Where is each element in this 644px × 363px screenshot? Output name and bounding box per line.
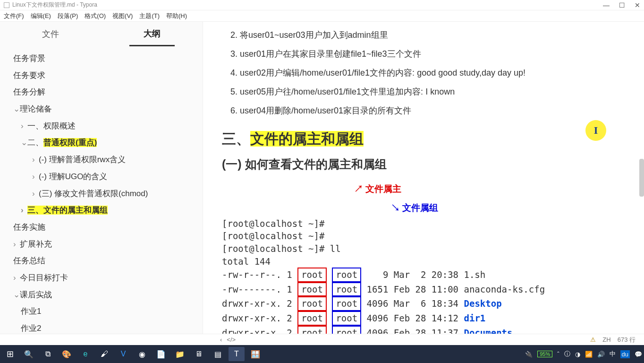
- outline-item[interactable]: 作业1: [5, 303, 198, 320]
- outline-panel: 任务背景 任务要求 任务分解 ⌄理论储备 ›一、权限概述 ⌄二、普通权限(重点)…: [0, 46, 203, 334]
- volume-icon[interactable]: 🔊: [597, 351, 605, 358]
- outline-item[interactable]: 任务要求: [5, 67, 198, 84]
- menubar: 文件(F) 编辑(E) 段落(P) 格式(O) 视图(V) 主题(T) 帮助(H…: [0, 10, 644, 22]
- statusbar: ‹ </> ⚠ ZH 673 行: [0, 334, 644, 345]
- outline-item-active[interactable]: ›三、文件的属主和属组: [5, 202, 198, 219]
- tab-files[interactable]: 文件: [28, 23, 73, 45]
- list-item: user01用户在其家目录里创建file1~file3三个文件: [240, 48, 627, 60]
- ime-icon[interactable]: 中: [610, 350, 616, 358]
- menu-theme[interactable]: 主题(T): [139, 12, 160, 20]
- search-icon[interactable]: 🔍: [21, 347, 37, 361]
- source-mode-toggle[interactable]: </>: [227, 336, 236, 343]
- cursor-highlight-icon: [585, 120, 606, 141]
- typora-icon[interactable]: T: [229, 347, 245, 361]
- notepad-icon[interactable]: 📄: [153, 347, 169, 361]
- outline-item[interactable]: ›扩展补充: [5, 236, 198, 253]
- chevron-right-icon: ›: [13, 269, 18, 286]
- annotation-owner: ↗ 文件属主: [354, 183, 401, 196]
- minimize-button[interactable]: —: [603, 1, 610, 9]
- chevron-right-icon: ›: [32, 185, 37, 202]
- battery-indicator[interactable]: 95%: [537, 351, 552, 357]
- outline-item[interactable]: 作业2: [5, 320, 198, 334]
- app-icon[interactable]: 🎨: [59, 347, 75, 361]
- du-icon[interactable]: du: [620, 350, 630, 358]
- outline-item[interactable]: 任务分解: [5, 84, 198, 101]
- outline-item[interactable]: ›一、权限概述: [5, 118, 198, 135]
- tray-chevron-icon[interactable]: ˆ: [557, 351, 559, 358]
- chrome-icon[interactable]: ◉: [134, 347, 150, 361]
- outline-item[interactable]: ›(-) 理解普通权限rwx含义: [5, 151, 198, 168]
- titlebar: Linux下文件权限管理.md - Typora — ☐ ✕: [0, 0, 644, 10]
- visio-icon[interactable]: V: [115, 347, 131, 361]
- window-title: Linux下文件权限管理.md - Typora: [12, 1, 97, 9]
- outline-item[interactable]: ›(三) 修改文件普通权限(chmod): [5, 185, 198, 202]
- menu-view[interactable]: 视图(V): [112, 12, 133, 20]
- paint-icon[interactable]: 🖌: [96, 347, 112, 361]
- tray-icon[interactable]: ⓘ: [564, 350, 570, 358]
- outline-item[interactable]: 任务实施: [5, 219, 198, 236]
- chevron-down-icon: ⌄: [13, 286, 18, 303]
- ime-indicator: ZH: [602, 336, 610, 343]
- chevron-right-icon: ›: [21, 202, 25, 219]
- app-icon: [4, 2, 9, 8]
- menu-help[interactable]: 帮助(H): [166, 12, 187, 20]
- plug-icon: 🔌: [525, 351, 533, 358]
- tray-icon[interactable]: ◑: [575, 351, 580, 358]
- outline-item[interactable]: ›(-) 理解UGO的含义: [5, 168, 198, 185]
- tab-outline[interactable]: 大纲: [129, 22, 175, 46]
- code-block: ↗ 文件属主 ↘ 文件属组 [root@localhost ~]# [root@…: [222, 180, 627, 334]
- menu-edit[interactable]: 编辑(E): [31, 12, 51, 20]
- chevron-right-icon: ›: [13, 236, 18, 253]
- vm-icon[interactable]: 🖥: [191, 347, 207, 361]
- chevron-right-icon: ›: [32, 151, 37, 168]
- maximize-button[interactable]: ☐: [619, 1, 625, 9]
- app-icon[interactable]: ▤: [210, 347, 226, 361]
- notification-icon[interactable]: 💬: [635, 351, 642, 358]
- heading-3: (一) 如何查看文件的属主和属组: [222, 156, 627, 172]
- owner-box: root: [297, 268, 327, 282]
- nav-back[interactable]: ‹: [220, 336, 222, 343]
- list-item: 将user01~user03用户加入到admin组里: [240, 29, 627, 41]
- group-box: root: [332, 268, 361, 282]
- menu-format[interactable]: 格式(O): [85, 12, 106, 20]
- start-button[interactable]: ⊞: [2, 347, 18, 361]
- edge-icon[interactable]: e: [77, 347, 93, 361]
- list-item: user02用户编辑/home/user01/file1文件的内容: good …: [240, 67, 627, 78]
- list-item: user04用删除/home/user01家目录的所有文件: [240, 105, 627, 116]
- menu-file[interactable]: 文件(F): [4, 12, 24, 20]
- explorer-icon[interactable]: 📁: [172, 347, 188, 361]
- annotation-group: ↘ 文件属组: [391, 202, 438, 215]
- scrollbar[interactable]: [639, 159, 644, 197]
- outline-item[interactable]: 任务总结: [5, 252, 198, 269]
- chevron-right-icon: ›: [32, 168, 37, 185]
- chevron-right-icon: ›: [21, 118, 25, 135]
- chevron-down-icon: ⌄: [21, 134, 25, 151]
- list-item: user05用户往/home/user01/file1文件里追加内容: I kn…: [240, 86, 627, 97]
- app-icon[interactable]: 🪟: [247, 347, 263, 361]
- warning-icon[interactable]: ⚠: [590, 336, 596, 343]
- wifi-icon[interactable]: 📶: [585, 351, 593, 358]
- outline-item[interactable]: ⌄课后实战: [5, 286, 198, 303]
- outline-item[interactable]: ⌄理论储备: [5, 101, 198, 118]
- taskbar: ⊞ 🔍 ⧉ 🎨 e 🖌 V ◉ 📄 📁 🖥 ▤ T 🪟 🔌 95% ˆ ⓘ ◑ …: [0, 345, 644, 363]
- outline-item[interactable]: 任务背景: [5, 50, 198, 67]
- close-button[interactable]: ✕: [635, 1, 640, 9]
- editor[interactable]: 将user01~user03用户加入到admin组里 user01用户在其家目录…: [203, 22, 644, 334]
- heading-2: 三、文件的属主和属组: [222, 130, 627, 149]
- outline-item[interactable]: ›今日目标打卡: [5, 269, 198, 286]
- line-count: 673 行: [618, 336, 636, 344]
- outline-item[interactable]: ⌄二、普通权限(重点): [5, 134, 198, 151]
- chevron-down-icon: ⌄: [13, 101, 18, 118]
- sidebar: 文件 大纲 任务背景 任务要求 任务分解 ⌄理论储备 ›一、权限概述 ⌄二、普通…: [0, 22, 203, 334]
- menu-paragraph[interactable]: 段落(P): [58, 12, 78, 20]
- taskview-icon[interactable]: ⧉: [40, 347, 56, 361]
